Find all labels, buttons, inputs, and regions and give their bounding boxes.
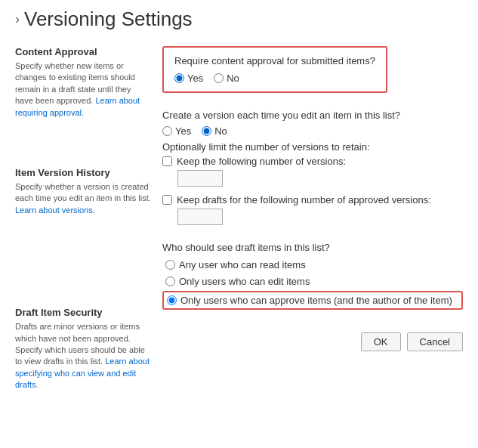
draft-security-desc: Drafts are minor versions or items which… [15,321,151,391]
keep-versions-input[interactable] [177,170,223,187]
content-approval-no[interactable]: No [214,73,239,84]
optional-limit-text: Optionally limit the number of versions … [162,141,463,153]
keep-drafts-input[interactable] [177,209,223,225]
draft-radio-group: Any user who can read items Only users w… [162,258,463,310]
draft-security-label: Draft Item Security [15,307,151,318]
keep-versions-checkbox[interactable]: Keep the following number of versions: [162,156,463,167]
version-no[interactable]: No [202,125,227,137]
item-version-link[interactable]: Learn about versions. [15,205,95,215]
item-version-label: Item Version History [15,167,151,178]
page-heading: Versioning Settings [24,8,193,31]
version-radio-group: Yes No [162,125,463,137]
ok-button[interactable]: OK [361,332,401,351]
content-approval-yes[interactable]: Yes [174,73,203,84]
content-approval-question: Require content approval for submitted i… [174,55,375,66]
version-yes[interactable]: Yes [162,125,191,137]
cancel-button[interactable]: Cancel [407,332,463,351]
footer-buttons: OK Cancel [162,332,463,351]
draft-question: Who should see draft items in this list? [162,242,463,253]
content-approval-box: Require content approval for submitted i… [162,46,387,93]
draft-any-user[interactable]: Any user who can read items [162,258,463,272]
breadcrumb-arrow: › [15,11,20,27]
content-approval-radio-group: Yes No [174,73,375,84]
content-approval-label: Content Approval [15,46,151,57]
page-title: › Versioning Settings [15,8,463,31]
keep-drafts-checkbox[interactable]: Keep drafts for the following number of … [162,194,463,205]
version-question: Create a version each time you edit an i… [162,110,463,121]
item-version-desc: Specify whether a version is created eac… [15,181,151,216]
content-approval-desc: Specify whether new items or changes to … [15,60,151,119]
draft-edit-users[interactable]: Only users who can edit items [162,274,463,289]
draft-approve-users[interactable]: Only users who can approve items (and th… [162,291,463,310]
version-section: Create a version each time you edit an i… [162,110,463,225]
draft-section: Who should see draft items in this list?… [162,242,463,310]
